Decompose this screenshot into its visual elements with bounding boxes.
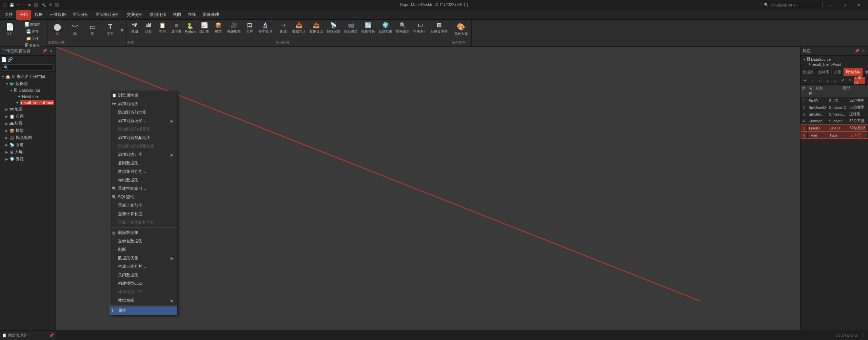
ctx-rename-dataset[interactable]: 重命名数据集 <box>110 237 177 245</box>
workspace-search-input[interactable] <box>2 64 54 71</box>
qa-icon-8[interactable]: ⬛ <box>55 3 60 7</box>
ribbon-colorscheme-btn[interactable]: 🎨 颜色方案 <box>452 21 470 38</box>
tree-bigscreen[interactable]: ▶ 🖥 大屏 <box>0 148 56 156</box>
ctx-add-to-new-scene[interactable]: 添加到新场景… ▶ <box>110 117 177 125</box>
ribbon-fieldidx-btn[interactable]: 🏷 字段索引 <box>412 21 429 35</box>
menu-traffic[interactable]: 交通分析 <box>123 10 146 20</box>
tab-dataset[interactable]: 数据集 <box>801 68 816 76</box>
ribbon-datasource-rate-btn[interactable]: 📊 数据库 <box>19 21 46 28</box>
ribbon-save-btn[interactable]: 💾 保存 <box>19 28 46 35</box>
prop-row-3[interactable]: 3 SmGeo... SmGeom... 迁移型 <box>801 111 868 118</box>
ribbon-newregistration-btn[interactable]: 🌍 新建配准 <box>377 21 394 35</box>
ctx-data-lineage[interactable]: 数据血缘 ▶ <box>110 296 177 305</box>
ribbon-file2-btn[interactable]: 📁 文件 <box>19 35 46 42</box>
toolbar-link-icon[interactable]: 🔗 <box>7 57 13 62</box>
ribbon-import-btn[interactable]: 📥 数据导入 <box>291 21 308 35</box>
ctx-add-to-chart[interactable]: 添加到统计图 ▶ <box>110 151 177 159</box>
menu-spatial-analysis[interactable]: 空间分析 <box>69 10 92 20</box>
ribbon-scene-btn[interactable]: 🏙 场景 <box>142 21 155 35</box>
menu-data-migration[interactable]: 数据迁移 <box>146 10 170 20</box>
properties-pin-btn[interactable]: 📌 <box>854 48 860 54</box>
prop-down-btn[interactable]: ↓ <box>824 77 831 84</box>
maximize-button[interactable]: □ <box>837 1 851 9</box>
ribbon-pyramid-btn[interactable]: 🖼 影像金字塔 <box>429 21 449 35</box>
ctx-properties[interactable]: ℹ 属性 <box>110 306 177 315</box>
ctx-close-dataset[interactable]: 关闭数据集 <box>110 271 177 279</box>
ctx-optimize[interactable]: 数据集优化… ▶ <box>110 254 177 262</box>
ctx-recalc-range[interactable]: 重新计算范围 <box>110 201 177 210</box>
prop-down2-btn[interactable]: ↓↓ <box>832 77 839 84</box>
prop-row-2[interactable]: 2 SmUserID SmUserID 32位整型 <box>801 104 868 111</box>
ribbon-videomap-btn[interactable]: 🎥 视频地图 <box>225 21 242 35</box>
menu-image-processing[interactable]: 影像处理 <box>199 10 222 20</box>
ribbon-model-btn[interactable]: 📦 模型 <box>212 21 225 35</box>
ribbon-export-btn[interactable]: 📤 数据导出 <box>308 21 325 35</box>
ribbon-point-btn[interactable]: ⬤ 点 <box>49 21 66 38</box>
search-input[interactable] <box>770 3 820 7</box>
ctx-sql-query[interactable]: 🔍 SQL查询… <box>110 193 177 201</box>
ribbon-file-btn[interactable]: 📄 文件 <box>1 21 18 38</box>
ribbon-bigscreen-btn[interactable]: 🖼 大屏 <box>243 21 256 35</box>
tab-quantity[interactable]: 关量 <box>832 68 844 76</box>
tree-newline[interactable]: ✦ NewLine <box>0 94 56 100</box>
tree-root[interactable]: ▼ 🏠 后:未命名工作空间 <box>0 73 56 80</box>
prop-add-btn[interactable]: + <box>802 77 809 84</box>
ribbon-layout-btn[interactable]: 📋 布局 <box>156 21 169 35</box>
ribbon-attrtable-btn[interactable]: ≡ 属性表 <box>170 21 183 35</box>
tree-result-linetopt[interactable]: ✦ result_lineToPoint <box>0 100 56 106</box>
tree-resource[interactable]: ▶ 💎 资源 <box>0 156 56 163</box>
ds-child-node[interactable]: ✦ result_lineToPoint <box>802 62 867 67</box>
close-button[interactable]: ✕ <box>852 1 865 9</box>
layer-manager-pin-icon[interactable]: 📌 <box>49 333 54 338</box>
ctx-break[interactable]: 剧断 <box>110 245 177 254</box>
ctx-delete-dataset[interactable]: 🗑 删除数据集 <box>110 228 177 237</box>
ds-root-node[interactable]: ▼ 🗄 DataSource <box>802 57 867 62</box>
prop-row-4[interactable]: 4 Subbjec... Subbjec... 32位整型 <box>801 118 868 124</box>
menu-file[interactable]: 文件 <box>1 10 16 20</box>
tab-coord[interactable]: 坐标系 <box>816 68 832 76</box>
qa-icon-1[interactable]: 💾 <box>9 3 14 7</box>
prop-apply-btn[interactable]: ✓ 应用 <box>854 77 865 84</box>
menu-start[interactable]: 开始 <box>16 10 31 20</box>
tree-scene[interactable]: ▶ 🏙 场景 <box>0 120 56 127</box>
qa-icon-4[interactable]: ▶ <box>28 3 31 7</box>
ribbon-text-btn[interactable]: T 文本 <box>102 21 119 38</box>
tree-videomap[interactable]: ▶ 🎥 视频地图 <box>0 134 56 141</box>
ctx-copy-dataset[interactable]: 复制数据集… <box>110 159 177 167</box>
tree-datasource-child[interactable]: ▼ 🗄 DataSource <box>0 87 56 94</box>
toolbar-newworkspace-icon[interactable]: 📄 <box>1 57 7 62</box>
prop-delete-btn[interactable]: ✕ <box>839 77 846 84</box>
prop-up2-btn[interactable]: ↑↑ <box>817 77 824 84</box>
more-btn[interactable]: ▼ <box>119 27 125 34</box>
ctx-add-to-current-map[interactable]: 添加到当前地图 <box>110 108 177 117</box>
ribbon-datacollect-btn[interactable]: 📡 数据采集 <box>325 21 342 35</box>
ctx-recalc-length[interactable]: 重新计算长度 <box>110 210 177 218</box>
prop-edit-btn[interactable]: ✎ <box>847 77 853 84</box>
ribbon-projset-btn[interactable]: 📹 投影设置 <box>342 21 359 35</box>
properties-close-btn[interactable]: ✕ <box>861 48 866 54</box>
panel-pin-btn[interactable]: 📌 <box>42 48 47 54</box>
ribbon-area-btn[interactable]: ▭ 面 <box>84 21 101 38</box>
menu-spatial-stats[interactable]: 空间统计分析 <box>92 10 123 20</box>
ribbon-map-btn[interactable]: 🗺 地图 <box>128 21 141 35</box>
menu-view[interactable]: 视图 <box>170 10 184 20</box>
tree-model[interactable]: ▶ 📦 模型 <box>0 127 56 134</box>
prop-row-1[interactable]: 1 SmID SmID 32位整型 <box>801 97 868 104</box>
ribbon-line-btn[interactable]: 〰 线 <box>66 21 83 38</box>
qa-icon-3[interactable]: ↪ <box>23 3 26 7</box>
ctx-add-to-new-video[interactable]: 添加到新视频地图 <box>110 134 177 142</box>
ctx-browse-attr[interactable]: 📋 浏览属性表 <box>110 91 177 100</box>
minimize-button[interactable]: ─ <box>823 1 837 9</box>
ctx-build-model-lod[interactable]: 构建模型LOD <box>110 279 177 288</box>
tree-layout[interactable]: ▶ 📋 布局 <box>0 113 56 120</box>
ctx-rebuild-index[interactable]: 🔍 重建空间索引… <box>110 184 177 193</box>
ribbon-python-btn[interactable]: 🐍 Python <box>183 21 197 35</box>
qa-icon-5[interactable]: ⬛ <box>34 3 39 7</box>
qa-icon-2[interactable]: ↩ <box>17 3 20 7</box>
ctx-gen-3d-tiles[interactable]: 生成三维瓦片… <box>110 262 177 271</box>
search-bar[interactable]: 🔍 <box>762 2 823 8</box>
ctx-add-to-map[interactable]: 🗺 添加到地图 <box>110 100 177 108</box>
tab-domain[interactable]: 值域 <box>863 68 868 76</box>
ribbon-channel-btn[interactable]: ⇒ 图道 <box>277 21 290 35</box>
layer-manager[interactable]: 📋 图层管理器 📌 <box>0 331 56 340</box>
